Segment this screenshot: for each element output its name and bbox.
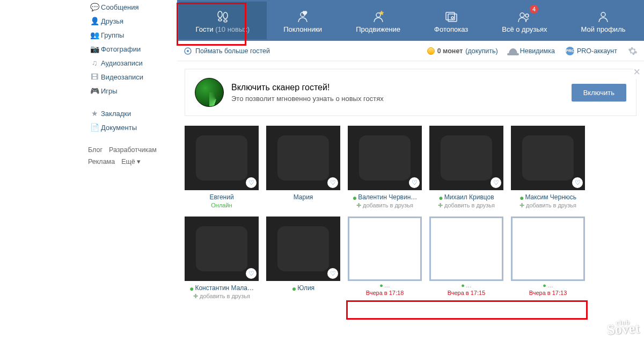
- tab-my-profile[interactable]: Мой профиль: [564, 2, 642, 39]
- sidebar-label: Аудиозаписи: [101, 59, 143, 67]
- sidebar-label: Друзья: [101, 17, 123, 25]
- svg-point-2: [223, 12, 228, 19]
- invisible-link[interactable]: Невидимка: [509, 47, 555, 55]
- guest-name: Мария: [266, 193, 340, 201]
- star-icon: ★: [88, 109, 101, 118]
- invisible-label: Невидимка: [520, 47, 555, 55]
- tab-label: Всё о друзьях: [485, 25, 564, 33]
- catch-more-label: Поймать больше гостей: [195, 47, 270, 55]
- left-sidebar: 💬Сообщения 👤Друзья 👥Группы 📷Фотографии ♫…: [0, 0, 177, 302]
- guest-photo-hidden: [429, 217, 503, 281]
- guest-photo: ♡: [266, 217, 340, 281]
- guest-card[interactable]: ♡ ●Валентин Червин… добавить в друзья: [348, 126, 422, 209]
- tab-photoshow[interactable]: Фотопоказ: [418, 2, 485, 39]
- star-person-icon: [339, 8, 418, 23]
- guest-card[interactable]: ♡ Евгений Онлайн: [185, 126, 259, 209]
- add-friend-link[interactable]: добавить в друзья: [185, 293, 259, 300]
- enable-scanner-button[interactable]: Включить: [572, 84, 626, 102]
- film-icon: 🎞: [88, 73, 101, 81]
- svg-point-9: [520, 13, 524, 17]
- sidebar-item-games[interactable]: 🎮Игры: [88, 84, 177, 98]
- visit-time: Вчера в 17:18: [348, 290, 422, 296]
- add-friend-link[interactable]: добавить в друзья: [511, 202, 585, 209]
- like-icon[interactable]: ♡: [327, 268, 338, 279]
- sidebar-item-photos[interactable]: 📷Фотографии: [88, 42, 177, 56]
- sidebar-item-audio[interactable]: ♫Аудиозаписи: [88, 56, 177, 70]
- photos-icon: [418, 8, 485, 23]
- top-tabs: Гости (10 новых) Поклонники Продвижение …: [177, 0, 644, 41]
- like-icon[interactable]: ♡: [572, 177, 583, 188]
- hat-icon: [509, 48, 517, 54]
- guest-photo: ♡: [185, 217, 259, 281]
- tab-label: Продвижение: [339, 25, 418, 33]
- svg-point-8: [451, 17, 453, 19]
- chat-icon: 💬: [88, 3, 101, 11]
- tab-about-friends[interactable]: Всё о друзьях 4: [485, 2, 564, 39]
- guest-name: ●Михаил Кривцов: [429, 193, 503, 201]
- like-icon[interactable]: ♡: [409, 177, 420, 188]
- guest-card[interactable]: ♡ ●Михаил Кривцов добавить в друзья: [429, 126, 503, 209]
- banner-title: Включить сканер гостей!: [231, 83, 384, 92]
- tab-fans[interactable]: Поклонники: [267, 2, 339, 39]
- sidebar-item-documents[interactable]: 📄Документы: [88, 120, 177, 134]
- music-icon: ♫: [88, 59, 101, 67]
- guest-card-locked[interactable]: ●… Вчера в 17:18: [348, 217, 422, 300]
- sidebar-item-messages[interactable]: 💬Сообщения: [88, 0, 177, 14]
- sidebar-item-friends[interactable]: 👤Друзья: [88, 14, 177, 28]
- guest-card[interactable]: ♡ ●Максим Чернюсь добавить в друзья: [511, 126, 585, 209]
- guest-card[interactable]: ♡ Мария: [266, 126, 340, 209]
- sidebar-item-groups[interactable]: 👥Группы: [88, 28, 177, 42]
- guest-photo-hidden: [511, 217, 585, 281]
- sidebar-label: Видеозаписи: [101, 73, 143, 81]
- link-more[interactable]: Ещё ▾: [121, 158, 141, 165]
- footprints-icon: [179, 8, 267, 23]
- sidebar-label: Фотографии: [101, 45, 141, 53]
- tab-promotion[interactable]: Продвижение: [339, 2, 418, 39]
- guest-card[interactable]: ♡ ●Константин Мала… добавить в друзья: [185, 217, 259, 300]
- guest-card-locked[interactable]: ●… Вчера в 17:15: [429, 217, 503, 300]
- guest-name-hidden: ●…: [348, 282, 422, 288]
- catch-more-guests-link[interactable]: Поймать больше гостей: [184, 47, 270, 55]
- pro-account-link[interactable]: PRO PRO-аккаунт: [566, 47, 617, 55]
- svg-point-13: [187, 50, 189, 52]
- add-friend-link[interactable]: добавить в друзья: [348, 202, 422, 209]
- visit-time: Вчера в 17:13: [511, 290, 585, 296]
- guests-grid: ♡ Евгений Онлайн ♡ Мария ♡ ●Валентин Чер…: [177, 124, 644, 302]
- guest-name: ●Валентин Червин…: [348, 193, 422, 201]
- link-blog[interactable]: Блог: [88, 146, 103, 154]
- like-icon[interactable]: ♡: [246, 177, 257, 188]
- coins-link[interactable]: 0 монет (докупить): [427, 47, 498, 55]
- tab-guests[interactable]: Гости (10 новых): [179, 2, 267, 39]
- heart-person-icon: [267, 8, 339, 23]
- sidebar-item-bookmarks[interactable]: ★Закладки: [88, 106, 177, 120]
- svg-rect-7: [448, 14, 457, 21]
- link-ads[interactable]: Реклама: [88, 158, 115, 165]
- guest-photo: ♡: [266, 126, 340, 190]
- tab-label: Фотопоказ: [418, 25, 485, 33]
- settings-button[interactable]: [628, 46, 638, 56]
- link-developers[interactable]: Разработчикам: [109, 146, 157, 154]
- tab-subcount: (10 новых): [215, 25, 250, 33]
- like-icon[interactable]: ♡: [246, 268, 257, 279]
- scanner-banner: Включить сканер гостей! Это позволит мгн…: [185, 69, 636, 116]
- guest-name: ●Константин Мала…: [185, 284, 259, 292]
- coins-buy-label: (докупить): [465, 47, 497, 55]
- guest-card[interactable]: ♡ ●Юлия: [266, 217, 340, 300]
- like-icon[interactable]: ♡: [327, 177, 338, 188]
- close-banner-button[interactable]: ×: [633, 65, 640, 79]
- svg-point-11: [601, 12, 605, 17]
- svg-point-3: [224, 20, 227, 22]
- guest-status: Онлайн: [185, 202, 259, 208]
- visit-time: Вчера в 17:15: [429, 290, 503, 296]
- svg-point-10: [525, 14, 529, 17]
- sidebar-item-video[interactable]: 🎞Видеозаписи: [88, 70, 177, 84]
- tab-label: Мой профиль: [564, 25, 642, 33]
- add-friend-link[interactable]: добавить в друзья: [429, 202, 503, 209]
- notification-badge: 4: [530, 5, 538, 13]
- like-icon[interactable]: ♡: [491, 177, 501, 188]
- guest-name-hidden: ●…: [429, 282, 503, 288]
- tab-label: Поклонники: [267, 25, 339, 33]
- guest-card-locked[interactable]: ●… Вчера в 17:13: [511, 217, 585, 300]
- gear-icon: [628, 46, 638, 56]
- gamepad-icon: 🎮: [88, 86, 101, 95]
